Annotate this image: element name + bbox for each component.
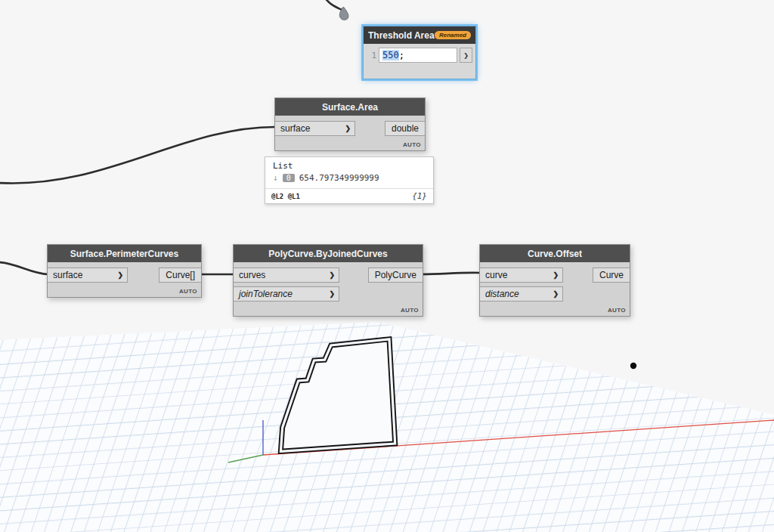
input-port-label: curve [485,270,507,280]
node-curve-offset-body: curve ❯ Curve distance ❯ [480,262,630,302]
node-title: Curve.Offset [528,249,582,259]
lacing-indicator: AUTO [608,307,626,314]
node-surface-area[interactable]: Surface.Area surface ❯ double AUTO [274,97,426,151]
node-polycurve-header[interactable]: PolyCurve.ByJoinedCurves [234,245,423,262]
lacing-indicator: AUTO [403,141,421,148]
code-suffix-text: ; [399,50,404,60]
lacing-indicator: AUTO [179,288,197,295]
wire-to-surface-area[interactable] [0,127,275,184]
input-port-label: surface [280,123,310,134]
input-port-label: surface [53,270,82,280]
node-polycurve-body: curves ❯ PolyCurve joinTolerance ❯ [234,262,423,302]
output-port-polycurve[interactable]: PolyCurve [368,268,423,283]
node-title: Threshold Area [368,30,435,41]
output-port-curve[interactable]: Curve [593,268,630,283]
node-surface-perimeter-curves[interactable]: Surface.PerimeterCurves surface ❯ Curve[… [47,244,202,298]
output-port-chevron-icon: ❯ [463,52,469,59]
input-port-chevron-icon: ❯ [553,271,559,279]
list-item-value: 654.797349999999 [299,173,379,183]
code-block-input[interactable]: 550 ; [379,48,457,63]
output-port-label: PolyCurve [375,270,416,280]
list-expand-arrow-icon[interactable]: ↓ [273,173,278,183]
input-port-chevron-icon: ❯ [553,290,559,298]
input-port-surface[interactable]: surface ❯ [48,268,128,283]
input-port-curves[interactable]: curves ❯ [234,268,339,283]
code-output-port[interactable]: ❯ [460,48,472,63]
code-selected-text: 550 [382,50,399,60]
data-preview-bubble[interactable]: List ↓ 0 654.797349999999 @L2 @L1 {1} [265,156,434,204]
output-port-double[interactable]: double [385,121,425,136]
node-title: PolyCurve.ByJoinedCurves [268,249,387,259]
node-surface-perimeter-curves-body: surface ❯ Curve[] [48,262,201,283]
node-threshold-area[interactable]: Threshold Area Renamed 1 550 ; ❯ [363,26,476,79]
output-port-label: Curve [599,270,624,280]
input-port-label: joinTolerance [239,289,293,299]
list-index-badge: 0 [283,174,295,182]
wire-dangling-top[interactable] [324,0,342,10]
node-polycurve-by-joined-curves[interactable]: PolyCurve.ByJoinedCurves curves ❯ PolyCu… [233,244,423,317]
output-port-label: Curve[] [166,270,195,280]
output-port-label: double [392,123,419,134]
input-port-jointolerance[interactable]: joinTolerance ❯ [234,286,339,302]
output-port-curve-array[interactable]: Curve[] [159,268,201,283]
node-curve-offset[interactable]: Curve.Offset curve ❯ Curve distance ❯ AU… [479,244,630,317]
node-threshold-area-header[interactable]: Threshold Area Renamed [364,26,475,44]
input-port-chevron-icon: ❯ [329,271,335,279]
preview-type-label: List [265,157,433,171]
node-surface-area-header[interactable]: Surface.Area [275,98,425,116]
node-title: Surface.Area [322,102,378,113]
input-port-chevron-icon: ❯ [329,290,335,298]
lacing-indicator: AUTO [401,307,419,314]
code-block-footer [364,66,475,79]
input-port-curve[interactable]: curve ❯ [480,268,563,283]
input-port-chevron-icon: ❯ [117,271,123,279]
list-levels-label: @L2 @L1 [271,193,300,200]
node-surface-perimeter-curves-header[interactable]: Surface.PerimeterCurves [48,245,201,262]
input-port-label: distance [485,289,519,299]
node-surface-area-body: surface ❯ double [275,116,425,136]
wire-to-perimeter-curves[interactable] [0,262,48,274]
preview-point-dot [630,363,636,369]
list-count-label: {1} [412,191,427,201]
wire-polycurve-to-offset[interactable] [421,273,481,274]
input-port-chevron-icon: ❯ [345,125,351,132]
dynamo-workspace-canvas[interactable]: Threshold Area Renamed 1 550 ; ❯ Surface… [0,0,774,532]
code-line-number: 1 [367,51,376,60]
input-port-label: curves [239,270,265,280]
input-port-surface[interactable]: surface ❯ [275,121,355,136]
code-block-row: 1 550 ; ❯ [364,44,475,66]
renamed-badge: Renamed [435,31,471,39]
input-port-distance[interactable]: distance ❯ [480,286,563,302]
node-title: Surface.PerimeterCurves [70,249,178,259]
node-curve-offset-header[interactable]: Curve.Offset [480,245,630,262]
